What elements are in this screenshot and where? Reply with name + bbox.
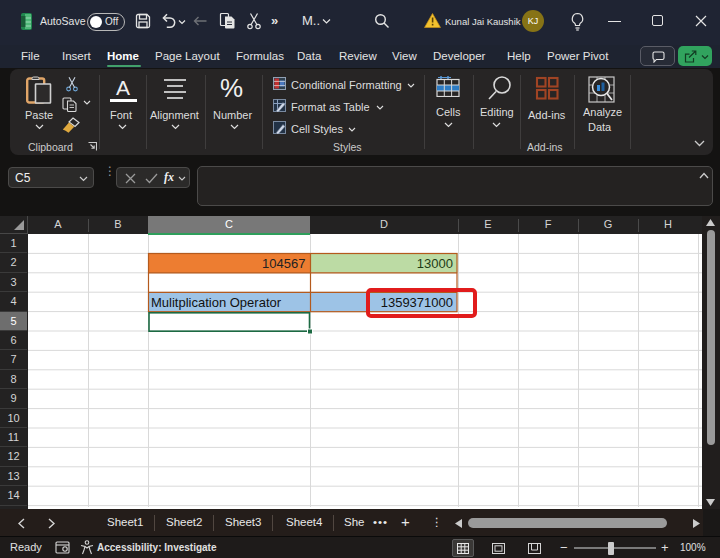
svg-text:A: A <box>116 76 130 99</box>
svg-text:13000: 13000 <box>417 256 453 271</box>
svg-text:1359371000: 1359371000 <box>381 295 453 310</box>
svg-text:104567: 104567 <box>262 256 305 271</box>
svg-text:Mulitplication Operator: Mulitplication Operator <box>151 295 282 310</box>
